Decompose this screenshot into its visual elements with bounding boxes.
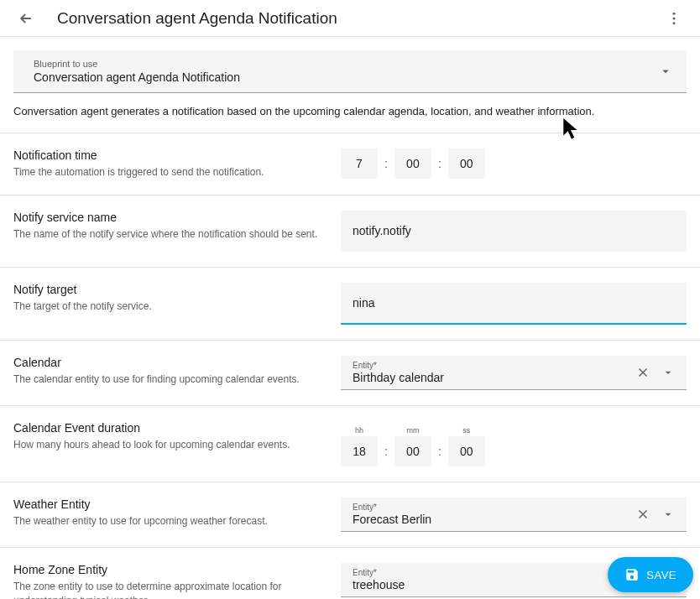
more-menu-button[interactable] [660, 4, 688, 33]
chevron-down-icon [658, 64, 673, 79]
home-zone-title: Home Zone Entity [13, 563, 327, 576]
blueprint-description: Conversation agent generates a notificat… [13, 93, 687, 133]
back-button[interactable] [12, 4, 40, 33]
notification-time-ss[interactable] [448, 148, 485, 179]
entity-value: Birthday calendar [353, 371, 633, 384]
page-title: Conversation agent Agenda Notification [57, 9, 660, 28]
svg-point-0 [673, 12, 676, 14]
time-separator: : [381, 445, 391, 466]
calendar-entity-selector[interactable]: Entity* Birthday calendar [341, 356, 687, 390]
notify-service-input[interactable] [341, 211, 687, 252]
save-label: SAVE [646, 569, 676, 581]
svg-point-2 [673, 22, 676, 24]
save-button[interactable]: SAVE [608, 557, 693, 592]
notification-time-desc: Time the automation is triggered to send… [13, 165, 327, 180]
duration-hh-label: hh [355, 426, 363, 435]
entity-label: Entity* [353, 361, 633, 370]
time-separator: : [381, 157, 391, 170]
entity-label: Entity* [353, 503, 633, 512]
notification-time-title: Notification time [13, 148, 327, 162]
calendar-duration-ss[interactable] [448, 436, 485, 466]
notify-service-title: Notify service name [13, 211, 327, 224]
blueprint-label: Blueprint to use [34, 59, 658, 69]
clear-entity-button[interactable] [633, 362, 653, 383]
duration-ss-label: ss [462, 426, 470, 435]
calendar-duration-desc: How many hours ahead to look for upcomin… [13, 438, 327, 452]
close-icon [635, 365, 650, 380]
notify-service-desc: The name of the notify service where the… [13, 227, 327, 242]
clear-entity-button[interactable] [633, 504, 653, 524]
notification-time-hh[interactable] [341, 148, 378, 179]
calendar-desc: The calendar entity to use for finding u… [13, 372, 327, 387]
notify-target-input[interactable] [341, 283, 687, 325]
entity-value: treehouse [353, 578, 633, 591]
notify-target-title: Notify target [13, 283, 327, 296]
weather-entity-selector[interactable]: Entity* Forecast Berlin [341, 497, 687, 532]
blueprint-selector[interactable]: Blueprint to use Conversation agent Agen… [13, 50, 687, 93]
notify-target-desc: The target of the notify service. [13, 300, 327, 314]
calendar-title: Calendar [13, 356, 327, 369]
weather-title: Weather Entity [13, 497, 327, 511]
duration-mm-label: mm [406, 426, 419, 435]
close-icon [635, 507, 650, 522]
chevron-down-icon [661, 366, 675, 379]
calendar-duration-hh[interactable] [341, 436, 378, 466]
time-separator: : [435, 157, 445, 170]
chevron-down-icon [661, 508, 675, 521]
home-zone-desc: The zone entity to use to determine appr… [13, 580, 327, 599]
notification-time-mm[interactable] [394, 148, 431, 179]
blueprint-value: Conversation agent Agenda Notification [34, 70, 658, 84]
entity-dropdown-button[interactable] [658, 362, 678, 383]
weather-desc: The weather entity to use for upcoming w… [13, 514, 327, 529]
more-vert-icon [666, 10, 682, 27]
calendar-duration-title: Calendar Event duration [13, 421, 327, 435]
entity-value: Forecast Berlin [353, 513, 633, 526]
arrow-left-icon [18, 10, 34, 27]
calendar-duration-mm[interactable] [394, 436, 431, 466]
entity-dropdown-button[interactable] [658, 504, 678, 524]
svg-point-1 [673, 17, 676, 19]
time-separator: : [435, 445, 445, 466]
save-icon [624, 567, 640, 582]
entity-label: Entity* [353, 568, 633, 577]
